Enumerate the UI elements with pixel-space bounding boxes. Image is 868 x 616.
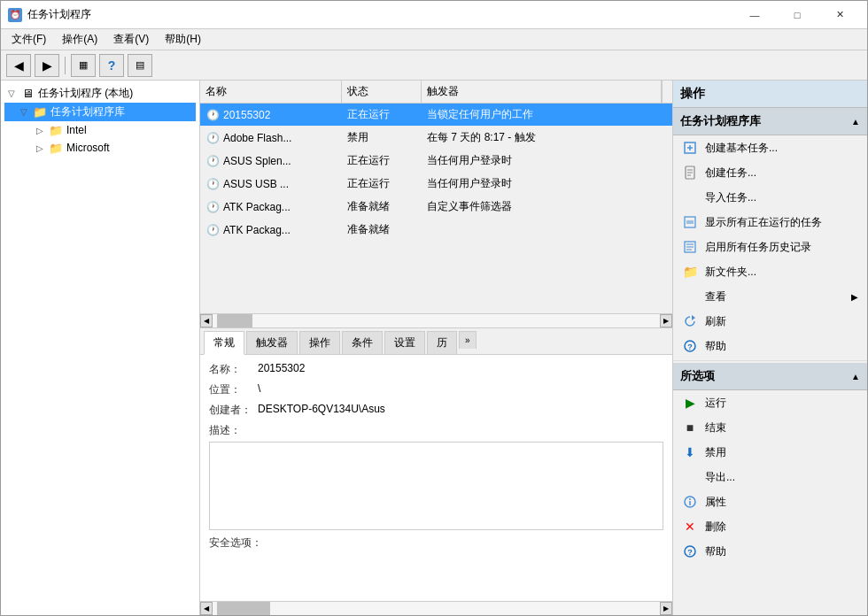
action-enable-history[interactable]: 启用所有任务历史记录 (673, 235, 867, 259)
maximize-button[interactable]: □ (777, 6, 818, 24)
col-header-trigger[interactable]: 触发器 (422, 81, 662, 103)
cell-name-0: 🕐 20155302 (200, 106, 342, 124)
library-section-header[interactable]: 任务计划程序库 ▲ (673, 108, 867, 135)
toolbar-sep-1 (65, 57, 66, 74)
action-delete[interactable]: ✕ 删除 (673, 514, 867, 539)
details-hscroll-right[interactable]: ▶ (660, 602, 672, 615)
action-properties[interactable]: 属性 (673, 489, 867, 514)
show-running-icon (682, 214, 698, 230)
close-button[interactable]: ✕ (819, 6, 860, 24)
table-row[interactable]: 🕐 ASUS USB ... 正在运行 当任何用户登录时 (200, 173, 672, 196)
detail-label-name: 名称： (209, 362, 258, 377)
view1-button[interactable]: ▦ (71, 54, 96, 77)
tabs-bar: 常规 触发器 操作 条件 设置 历 » (200, 328, 672, 355)
details-hscroll: ◀ ▶ (200, 601, 672, 615)
col-header-name[interactable]: 名称 (200, 81, 342, 103)
table-scroll[interactable]: 🕐 20155302 正在运行 当锁定任何用户的工作 🕐 (200, 104, 672, 313)
hscroll-left[interactable]: ◀ (200, 314, 213, 327)
enable-history-icon (682, 239, 698, 255)
sidebar-item-intel[interactable]: ▷ 📁 Intel (4, 121, 196, 139)
menu-file[interactable]: 文件(F) (4, 30, 53, 49)
action-end[interactable]: ■ 结束 (673, 415, 867, 440)
table-row[interactable]: 🕐 ATK Packag... 准备就绪 (200, 219, 672, 242)
tab-more-button[interactable]: » (459, 331, 477, 349)
action-show-running[interactable]: 显示所有正在运行的任务 (673, 210, 867, 235)
library-section-title: 任务计划程序库 (680, 113, 761, 129)
action-label-properties: 属性 (705, 495, 726, 510)
tab-actions[interactable]: 操作 (299, 331, 340, 354)
action-label-enable-history: 启用所有任务历史记录 (705, 240, 811, 255)
cell-status-3: 正在运行 (342, 174, 422, 193)
hscroll-track[interactable] (213, 314, 660, 327)
table-row[interactable]: 🕐 ASUS Splen... 正在运行 当任何用户登录时 (200, 150, 672, 173)
details-hscroll-left[interactable]: ◀ (200, 602, 213, 615)
sidebar-item-local[interactable]: ▽ 🖥 任务计划程序 (本地) (4, 84, 196, 103)
detail-textarea-description[interactable] (209, 442, 663, 530)
sidebar-label-microsoft: Microsoft (66, 142, 110, 154)
action-view[interactable]: 查看 ▶ (673, 284, 867, 309)
action-label-help-selected: 帮助 (705, 544, 726, 559)
action-disable[interactable]: ⬇ 禁用 (673, 440, 867, 465)
cell-name-3: 🕐 ASUS USB ... (200, 175, 342, 193)
tab-history[interactable]: 历 (427, 331, 457, 354)
main-window: ⏰ 任务计划程序 — □ ✕ 文件(F) 操作(A) 查看(V) 帮助(H) ◀… (0, 0, 868, 616)
action-label-new-folder: 新文件夹... (705, 265, 756, 280)
task-icon-3: 🕐 (205, 177, 220, 191)
table-row[interactable]: 🕐 ATK Packag... 准备就绪 自定义事件筛选器 (200, 196, 672, 219)
action-label-end: 结束 (705, 420, 726, 435)
action-label-create-task: 创建任务... (705, 166, 756, 181)
menu-help[interactable]: 帮助(H) (158, 30, 208, 49)
menu-view[interactable]: 查看(V) (106, 30, 156, 49)
detail-row-creator: 创建者： DESKTOP-6QV134U\Asus (209, 403, 663, 418)
menu-action[interactable]: 操作(A) (55, 30, 105, 49)
action-import-task[interactable]: 导入任务... (673, 185, 867, 210)
expand-icon-microsoft: ▷ (36, 143, 49, 153)
help-button[interactable]: ? (99, 54, 124, 77)
action-label-view: 查看 (705, 289, 726, 304)
details-hscroll-track[interactable] (213, 602, 660, 615)
cell-status-5: 准备就绪 (342, 220, 422, 239)
hscroll-right[interactable]: ▶ (660, 314, 672, 327)
action-create-basic[interactable]: 创建基本任务... (673, 135, 867, 160)
detail-label-creator: 创建者： (209, 403, 258, 418)
view2-button[interactable]: ▤ (128, 54, 152, 77)
svg-marker-13 (692, 315, 695, 320)
action-help-library[interactable]: ? 帮助 (673, 334, 867, 358)
hscroll-thumb[interactable] (217, 314, 252, 327)
action-refresh[interactable]: 刷新 (673, 309, 867, 334)
selected-section-arrow: ▲ (851, 372, 860, 381)
action-run[interactable]: ▶ 运行 (673, 390, 867, 415)
cell-name-5: 🕐 ATK Packag... (200, 221, 342, 239)
tab-general[interactable]: 常规 (204, 331, 244, 355)
forward-button[interactable]: ▶ (35, 54, 59, 77)
sidebar-item-library[interactable]: ▽ 📁 任务计划程序库 (4, 103, 196, 121)
col-header-status[interactable]: 状态 (342, 81, 422, 103)
scroll-placeholder (662, 81, 672, 103)
selected-section-header[interactable]: 所选项 ▲ (673, 363, 867, 390)
table-row[interactable]: 🕐 20155302 正在运行 当锁定任何用户的工作 (200, 104, 672, 127)
minimize-button[interactable]: — (734, 6, 775, 24)
tab-settings[interactable]: 设置 (384, 331, 425, 354)
actions-panel: 操作 任务计划程序库 ▲ 创建基本任务... 创建任务... (672, 81, 867, 615)
cell-status-2: 正在运行 (342, 151, 422, 170)
window-title: 任务计划程序 (27, 7, 91, 22)
svg-text:?: ? (687, 548, 693, 557)
tab-trigger[interactable]: 触发器 (246, 331, 298, 354)
create-basic-icon (682, 140, 698, 156)
create-task-icon (682, 165, 698, 181)
sidebar: ▽ 🖥 任务计划程序 (本地) ▽ 📁 任务计划程序库 ▷ 📁 Intel ▷ … (1, 81, 200, 615)
sidebar-item-microsoft[interactable]: ▷ 📁 Microsoft (4, 139, 196, 157)
details-hscroll-thumb[interactable] (217, 602, 270, 615)
action-create-task[interactable]: 创建任务... (673, 160, 867, 185)
detail-value-creator: DESKTOP-6QV134U\Asus (258, 403, 663, 415)
action-new-folder[interactable]: 📁 新文件夹... (673, 259, 867, 284)
expand-icon-intel: ▷ (36, 126, 49, 135)
tab-conditions[interactable]: 条件 (342, 331, 383, 354)
table-area: 🕐 20155302 正在运行 当锁定任何用户的工作 🕐 (200, 104, 672, 313)
action-export[interactable]: 导出... (673, 465, 867, 489)
action-label-show-running: 显示所有正在运行的任务 (705, 215, 822, 230)
sidebar-label-library: 任务计划程序库 (50, 104, 125, 119)
table-row[interactable]: 🕐 Adobe Flash... 禁用 在每 7 天的 8:17 - 触发 (200, 127, 672, 150)
back-button[interactable]: ◀ (6, 54, 31, 77)
action-help-selected[interactable]: ? 帮助 (673, 539, 867, 564)
